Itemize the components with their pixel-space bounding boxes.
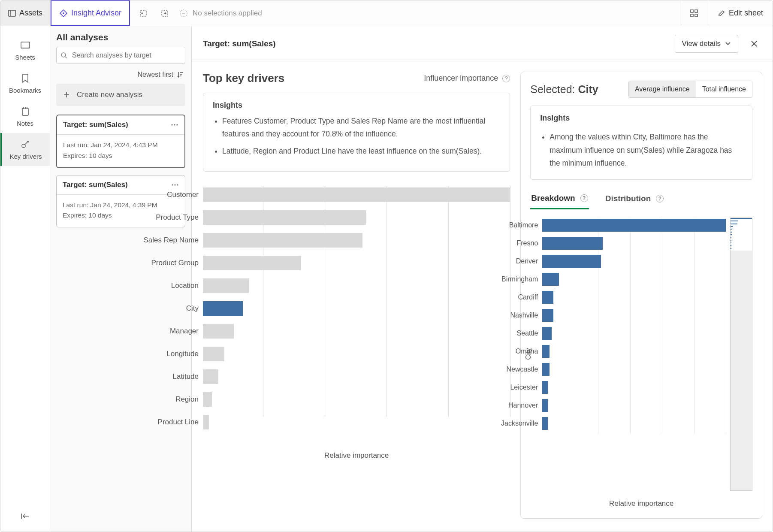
clear-selections-icon[interactable]	[179, 9, 188, 18]
svg-rect-9	[691, 14, 693, 17]
chart-bar[interactable]: Jacksonville	[542, 416, 726, 431]
analysis-card[interactable]: Target: sum(Sales) Last run: Jan 24, 202…	[56, 115, 185, 168]
chart-bar-label: Manager	[143, 327, 203, 336]
chart-bar[interactable]: Longitude	[203, 345, 510, 363]
view-details-label: View details	[682, 39, 721, 48]
collapse-rail-button[interactable]	[0, 504, 50, 532]
drivers-title: Top key drivers	[203, 72, 284, 85]
analyses-title: All analyses	[56, 32, 185, 42]
toggle-average-influence[interactable]: Average influence	[629, 81, 696, 97]
grid-view-button[interactable]	[680, 0, 708, 26]
rail-label: Notes	[17, 120, 33, 127]
chart-bar[interactable]: Manager	[203, 323, 510, 340]
chart-bar-label: Region	[143, 395, 203, 404]
help-icon[interactable]: ?	[656, 195, 664, 203]
chart-bar[interactable]: Denver	[542, 254, 726, 269]
top-toolbar: Assets Insight Advisor No selections app…	[0, 0, 773, 26]
card-menu-button[interactable]	[169, 122, 180, 128]
chart-bar[interactable]: City	[203, 300, 510, 317]
search-input[interactable]	[56, 47, 185, 64]
chart-bar[interactable]: Baltimore	[542, 218, 726, 233]
tab-distribution[interactable]: Distribution ?	[604, 190, 665, 209]
help-icon[interactable]: ?	[502, 75, 510, 82]
svg-point-30	[174, 184, 175, 185]
chart-bar-label: Location	[143, 281, 203, 290]
notes-icon	[20, 106, 31, 117]
chart-bar[interactable]: Birmingham	[542, 272, 726, 287]
chart-bar[interactable]: Customer	[203, 186, 510, 203]
chart-bar[interactable]: Product Line	[203, 414, 510, 431]
chart-bar[interactable]: Nashville	[542, 308, 726, 323]
chart-bar[interactable]: Fresno	[542, 236, 726, 251]
dots-icon	[171, 184, 179, 186]
breakdown-insights-box: Insights Among the values within City, B…	[530, 106, 752, 180]
close-button[interactable]	[747, 36, 761, 51]
selection-toolbar: No selections applied	[130, 0, 272, 26]
insight-item: Features Customer, Product Type and Sale…	[222, 115, 500, 141]
chart-bar[interactable]: Cardiff	[542, 290, 726, 305]
rail-item-key-drivers[interactable]: Key drivers	[0, 133, 50, 166]
chart-bar[interactable]: Region	[203, 391, 510, 408]
sheets-icon	[20, 40, 31, 51]
chart-bar[interactable]: Latitude	[203, 368, 510, 385]
rail-item-sheets[interactable]: Sheets	[0, 34, 50, 67]
chart-bar-label: Jacksonville	[486, 420, 542, 427]
rail-label: Sheets	[15, 54, 35, 61]
sort-icon	[177, 71, 184, 78]
svg-point-2	[63, 12, 64, 14]
insight-label: Insight Advisor	[71, 9, 121, 18]
assets-label: Assets	[19, 9, 42, 18]
toggle-total-influence[interactable]: Total influence	[696, 81, 752, 97]
chart-bar[interactable]: Newcastle	[542, 362, 726, 377]
chart-bar-label: City	[143, 304, 203, 313]
chart-bar-label: Product Type	[143, 213, 203, 222]
chart-bar-label: Longitude	[143, 350, 203, 358]
bookmark-icon	[20, 73, 31, 84]
svg-line-20	[65, 57, 67, 58]
rail-item-bookmarks[interactable]: Bookmarks	[0, 67, 50, 100]
svg-point-26	[171, 124, 172, 125]
edit-sheet-button[interactable]: Edit sheet	[708, 0, 773, 26]
create-analysis-button[interactable]: Create new analysis	[56, 84, 185, 106]
sort-label: Newest first	[137, 71, 173, 79]
chart-bar[interactable]: Hannover	[542, 398, 726, 413]
breakdown-title: Selected: City	[530, 83, 628, 96]
tab-breakdown[interactable]: Breakdown ?	[530, 190, 589, 209]
chart-bar[interactable]: Location	[203, 277, 510, 294]
help-icon[interactable]: ?	[580, 194, 588, 202]
main-target-title: Target: sum(Sales)	[203, 39, 666, 48]
create-label: Create new analysis	[77, 91, 142, 99]
chart-scrollbar[interactable]	[730, 218, 752, 491]
rail-item-notes[interactable]: Notes	[0, 100, 50, 133]
chart-bar-label: Hannover	[486, 402, 542, 409]
chart-bar[interactable]: Omaha	[542, 344, 726, 359]
rail-label: Bookmarks	[9, 87, 41, 94]
chart-bar[interactable]: Leicester	[542, 380, 726, 395]
chart-bar-label: Baltimore	[486, 221, 542, 229]
insight-icon	[59, 9, 68, 18]
chart-bar-label: Seattle	[486, 329, 542, 337]
no-selections-label: No selections applied	[193, 9, 262, 18]
card-menu-button[interactable]	[169, 182, 181, 188]
chart-bar[interactable]: Product Type	[203, 209, 510, 226]
chart-bar-label: Cardiff	[486, 293, 542, 301]
dots-icon	[171, 124, 178, 126]
insight-advisor-button[interactable]: Insight Advisor	[51, 0, 130, 26]
drivers-insights-box: Insights Features Customer, Product Type…	[203, 93, 510, 172]
sort-button[interactable]: Newest first	[56, 71, 185, 79]
chart-bar[interactable]: Product Group	[203, 254, 510, 272]
chart-bar-label: Newcastle	[486, 366, 542, 373]
analyses-panel: All analyses Newest first Create new ana…	[50, 26, 192, 532]
card-title: Target: sum(Sales)	[63, 181, 128, 189]
chart-bar-label: Omaha	[486, 348, 542, 355]
svg-rect-7	[691, 10, 693, 12]
influence-toggle: Average influence Total influence	[628, 81, 752, 98]
plus-icon	[62, 91, 71, 99]
edit-sheet-label: Edit sheet	[729, 9, 763, 18]
chart-bar[interactable]: Seattle	[542, 326, 726, 341]
chart-bar[interactable]: Sales Rep Name	[203, 232, 510, 249]
selection-back-icon[interactable]	[139, 9, 149, 18]
view-details-button[interactable]: View details	[675, 35, 738, 53]
selection-forward-icon[interactable]	[159, 9, 169, 18]
assets-button[interactable]: Assets	[0, 0, 51, 26]
